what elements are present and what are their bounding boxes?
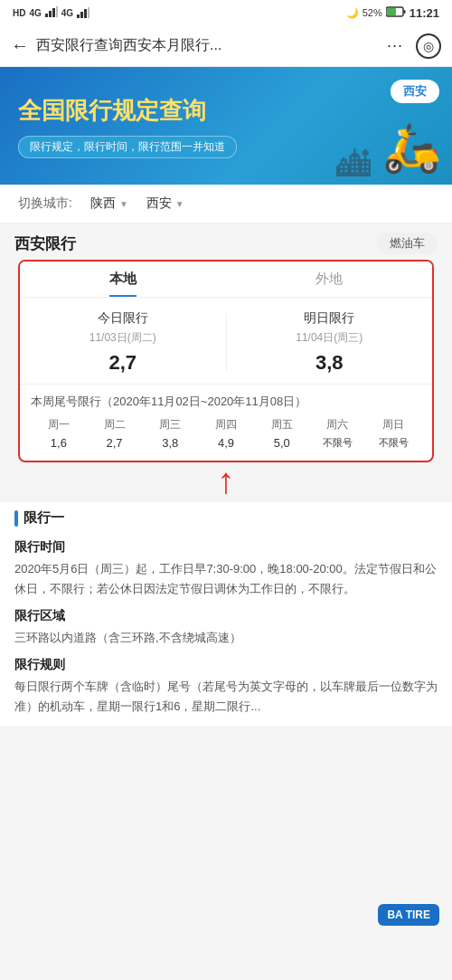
status-bar: HD 4G 4G 🌙 52% 11:21 bbox=[0, 0, 452, 25]
blue-bar-icon bbox=[14, 510, 18, 527]
tomorrow-label: 明日限行 bbox=[227, 310, 433, 327]
content-section: 限行时间 2020年5月6日（周三）起，工作日早7:30-9:00，晚18:00… bbox=[14, 539, 438, 726]
restriction-section-title: 限行一 bbox=[14, 502, 438, 530]
hd-icon: HD bbox=[13, 8, 25, 18]
more-menu-button[interactable]: ··· bbox=[387, 36, 403, 55]
heading-time: 限行时间 bbox=[14, 539, 438, 556]
time-display: 11:21 bbox=[410, 6, 439, 20]
weekly-title: 本周尾号限行（2020年11月02日~2020年11月08日） bbox=[31, 394, 421, 410]
svg-rect-6 bbox=[84, 9, 87, 18]
today-date: 11/03日(周二) bbox=[20, 330, 226, 346]
weekly-section: 本周尾号限行（2020年11月02日~2020年11月08日） 周一 1,6 周… bbox=[20, 385, 432, 461]
svg-rect-0 bbox=[45, 14, 48, 17]
section-title: 西安限行 bbox=[14, 233, 76, 254]
today-label: 今日限行 bbox=[20, 310, 226, 327]
ba-tire-badge: BA TIRE bbox=[378, 904, 439, 926]
text-area: 三环路以内道路（含三环路,不含绕城高速） bbox=[14, 628, 438, 648]
province-value: 陕西 bbox=[90, 195, 116, 212]
city-tag[interactable]: 西安 bbox=[391, 80, 439, 103]
weekly-col-sun: 周日 不限号 bbox=[365, 417, 421, 450]
banner-subtitle: 限行规定，限行时间，限行范围一并知道 bbox=[18, 136, 237, 158]
tomorrow-numbers: 3,8 bbox=[227, 351, 433, 375]
signal-4g-2: 4G bbox=[61, 8, 73, 18]
text-time: 2020年5月6日（周三）起，工作日早7:30-9:00，晚18:00-20:0… bbox=[14, 559, 438, 599]
today-numbers: 2,7 bbox=[20, 351, 226, 375]
tomorrow-date: 11/04日(周三) bbox=[227, 330, 433, 346]
city-buildings: 🏙 bbox=[336, 146, 371, 185]
tab-local[interactable]: 本地 bbox=[20, 262, 226, 297]
weekly-col-fri: 周五 5,0 bbox=[254, 417, 310, 450]
battery-icon bbox=[386, 6, 406, 19]
section-header: 西安限行 燃油车 bbox=[0, 224, 452, 260]
signal-bars-2 bbox=[77, 7, 89, 18]
weekly-table: 周一 1,6 周二 2,7 周三 3,8 周四 4,9 周五 5,0 周六 不限… bbox=[31, 417, 421, 450]
battery-svg bbox=[386, 6, 406, 17]
province-arrow: ▼ bbox=[119, 199, 128, 209]
page-title: 西安限行查询西安本月限行... bbox=[36, 36, 387, 55]
banner: 西安 全国限行规定查询 限行规定，限行时间，限行范围一并知道 🛵 🏙 bbox=[0, 67, 452, 185]
svg-rect-5 bbox=[80, 12, 83, 18]
red-arrow-up: ↑ bbox=[217, 462, 235, 499]
city-switcher: 切换城市: 陕西 ▼ 西安 ▼ bbox=[0, 185, 452, 224]
text-rule: 每日限行两个车牌（含临时）尾号（若尾号为英文字母的，以车牌最后一位数字为准）的机… bbox=[14, 677, 438, 717]
heading-rule: 限行规则 bbox=[14, 657, 438, 673]
svg-rect-2 bbox=[52, 8, 55, 17]
city-select[interactable]: 西安 ▼ bbox=[146, 195, 184, 212]
moon-icon: 🌙 bbox=[346, 7, 359, 19]
weekly-col-wed: 周三 3,8 bbox=[142, 417, 198, 450]
nav-actions: ··· ◎ bbox=[387, 33, 441, 59]
scooter-illustration: 🛵 bbox=[382, 120, 441, 176]
back-button[interactable]: ← bbox=[11, 35, 29, 56]
svg-rect-9 bbox=[403, 10, 405, 14]
bookmark-button[interactable]: ◎ bbox=[416, 33, 441, 59]
province-select[interactable]: 陕西 ▼ bbox=[90, 195, 128, 212]
svg-rect-4 bbox=[77, 14, 80, 18]
arrow-container: ↑ bbox=[0, 462, 452, 502]
heading-area: 限行区域 bbox=[14, 608, 438, 624]
today-tomorrow-section: 今日限行 11/03日(周二) 2,7 明日限行 11/04日(周三) 3,8 bbox=[20, 298, 432, 385]
svg-rect-7 bbox=[88, 7, 89, 18]
status-left: HD 4G 4G bbox=[13, 6, 89, 19]
weekly-col-mon: 周一 1,6 bbox=[31, 417, 87, 450]
svg-rect-10 bbox=[387, 8, 396, 15]
tabs: 本地 外地 bbox=[20, 262, 432, 298]
signal-bars bbox=[45, 6, 58, 19]
today-col: 今日限行 11/03日(周二) 2,7 bbox=[20, 310, 226, 375]
restriction-detail: 限行一 限行时间 2020年5月6日（周三）起，工作日早7:30-9:00，晚1… bbox=[0, 502, 452, 726]
circle-icon: ◎ bbox=[423, 39, 434, 53]
tomorrow-col: 明日限行 11/04日(周三) 3,8 bbox=[227, 310, 433, 375]
banner-title: 全国限行规定查询 bbox=[18, 96, 434, 127]
restriction-card: 本地 外地 今日限行 11/03日(周二) 2,7 明日限行 11/04日(周三… bbox=[18, 260, 434, 462]
weekly-col-tue: 周二 2,7 bbox=[87, 417, 143, 450]
battery-percent: 52% bbox=[363, 7, 382, 18]
highlight-text: 限行规定 bbox=[65, 97, 159, 124]
nav-bar: ← 西安限行查询西安本月限行... ··· ◎ bbox=[0, 25, 452, 67]
city-switcher-label: 切换城市: bbox=[18, 195, 72, 212]
svg-rect-1 bbox=[49, 11, 52, 17]
svg-rect-3 bbox=[56, 6, 58, 17]
signal-4g-1: 4G bbox=[29, 8, 41, 18]
weekly-col-thu: 周四 4,9 bbox=[198, 417, 254, 450]
tab-outside[interactable]: 外地 bbox=[226, 262, 432, 297]
city-value: 西安 bbox=[146, 195, 172, 212]
city-arrow: ▼ bbox=[175, 199, 184, 209]
weekly-col-sat: 周六 不限号 bbox=[310, 417, 366, 450]
status-right: 🌙 52% 11:21 bbox=[346, 6, 439, 20]
fuel-type-button[interactable]: 燃油车 bbox=[377, 233, 438, 254]
